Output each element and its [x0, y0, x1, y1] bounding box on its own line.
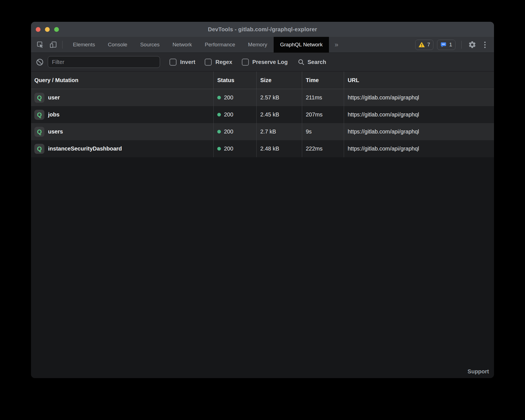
menu-button[interactable] [481, 42, 489, 48]
size-value: 2.57 kB [256, 89, 302, 106]
toolbar-divider [62, 41, 63, 49]
support-link[interactable]: Support [467, 368, 489, 375]
device-toolbar-button[interactable] [48, 37, 58, 52]
zoom-button[interactable] [54, 27, 59, 32]
status-dot [217, 96, 221, 99]
tab-memory[interactable]: Memory [242, 37, 274, 52]
inspect-element-button[interactable] [35, 37, 45, 52]
time-value: 222ms [302, 140, 344, 157]
column-header-size[interactable]: Size [256, 71, 302, 89]
preserve-log-filter: Preserve Log [242, 59, 288, 66]
tab-console[interactable]: Console [101, 37, 134, 52]
tab-elements[interactable]: Elements [66, 37, 101, 52]
url-value: https://gitlab.com/api/graphql [344, 106, 494, 123]
messages-badge[interactable]: 1 [437, 40, 455, 50]
table-row[interactable]: Q instanceSecurityDashboard 200 2.48 kB … [31, 140, 494, 157]
query-name: user [48, 94, 60, 101]
url-value: https://gitlab.com/api/graphql [344, 123, 494, 140]
inspect-cursor-icon [36, 41, 44, 49]
kebab-icon [484, 42, 486, 43]
traffic-lights [36, 22, 59, 37]
message-count: 1 [449, 42, 452, 48]
column-header-query[interactable]: Query / Mutation [31, 71, 213, 89]
window-title: DevTools - gitlab.com/-/graphql-explorer [208, 26, 317, 33]
message-icon [440, 42, 447, 48]
query-name: instanceSecurityDashboard [48, 145, 122, 152]
regex-label[interactable]: Regex [215, 59, 232, 65]
query-type-badge: Q [34, 110, 44, 120]
tabbar-right-controls: 7 1 [415, 37, 494, 52]
query-type-badge: Q [34, 127, 44, 137]
status-dot [217, 130, 221, 133]
query-type-badge: Q [34, 93, 44, 103]
regex-filter: Regex [205, 59, 232, 66]
clear-button[interactable] [36, 58, 44, 66]
table-header: Query / Mutation Status Size Time URL [31, 71, 494, 89]
table-row[interactable]: Q user 200 2.57 kB 211ms https://gitlab.… [31, 89, 494, 106]
query-type-badge: Q [34, 144, 44, 154]
column-header-url[interactable]: URL [344, 71, 494, 89]
size-value: 2.45 kB [256, 106, 302, 123]
gear-icon [468, 40, 476, 49]
close-button[interactable] [36, 27, 40, 32]
table-row[interactable]: Q jobs 200 2.45 kB 207ms https://gitlab.… [31, 106, 494, 123]
tabbar-divider [461, 41, 462, 49]
size-value: 2.7 kB [256, 123, 302, 140]
preserve-log-label[interactable]: Preserve Log [252, 59, 288, 65]
status-dot [217, 113, 221, 116]
column-header-time[interactable]: Time [302, 71, 344, 89]
regex-checkbox[interactable] [205, 59, 212, 66]
tab-network[interactable]: Network [166, 37, 199, 52]
query-name: users [48, 128, 63, 135]
warning-icon [419, 42, 425, 47]
minimize-button[interactable] [45, 27, 50, 32]
preserve-log-checkbox[interactable] [242, 59, 249, 66]
column-header-status[interactable]: Status [213, 71, 256, 89]
settings-button[interactable] [467, 40, 477, 49]
tab-sources[interactable]: Sources [134, 37, 166, 52]
table-row[interactable]: Q users 200 2.7 kB 9s https://gitlab.com… [31, 123, 494, 140]
tab-graphql-network[interactable]: GraphQL Network [274, 37, 329, 52]
filter-toolbar: Invert Regex Preserve Log Search [31, 53, 494, 71]
url-value: https://gitlab.com/api/graphql [344, 140, 494, 157]
invert-filter: Invert [170, 59, 195, 66]
filter-input[interactable] [48, 56, 160, 68]
tab-performance[interactable]: Performance [198, 37, 242, 52]
time-value: 9s [302, 123, 344, 140]
panel-tabs: Elements Console Sources Network Perform… [66, 37, 344, 52]
invert-label[interactable]: Invert [180, 59, 195, 65]
status-code: 200 [224, 128, 233, 135]
size-value: 2.48 kB [256, 140, 302, 157]
invert-checkbox[interactable] [170, 59, 176, 66]
devtools-tabbar: Elements Console Sources Network Perform… [31, 37, 494, 53]
titlebar: DevTools - gitlab.com/-/graphql-explorer [31, 22, 494, 37]
status-dot [217, 147, 221, 151]
search-label: Search [307, 59, 326, 65]
query-name: jobs [48, 111, 59, 118]
more-tabs-button[interactable]: » [329, 37, 344, 52]
status-code: 200 [224, 111, 233, 118]
time-value: 207ms [302, 106, 344, 123]
block-icon [36, 58, 44, 66]
device-toolbar-icon [49, 40, 58, 49]
status-code: 200 [224, 94, 233, 101]
warning-count: 7 [427, 42, 430, 48]
devtools-window: DevTools - gitlab.com/-/graphql-explorer… [31, 22, 494, 378]
time-value: 211ms [302, 89, 344, 106]
double-chevron-right-icon: » [335, 41, 338, 49]
search-icon [298, 59, 305, 66]
search-button[interactable]: Search [298, 59, 326, 66]
screen: DevTools - gitlab.com/-/graphql-explorer… [0, 0, 525, 420]
warnings-badge[interactable]: 7 [415, 40, 434, 50]
status-code: 200 [224, 145, 233, 152]
table-body: Q user 200 2.57 kB 211ms https://gitlab.… [31, 89, 494, 378]
url-value: https://gitlab.com/api/graphql [344, 89, 494, 106]
